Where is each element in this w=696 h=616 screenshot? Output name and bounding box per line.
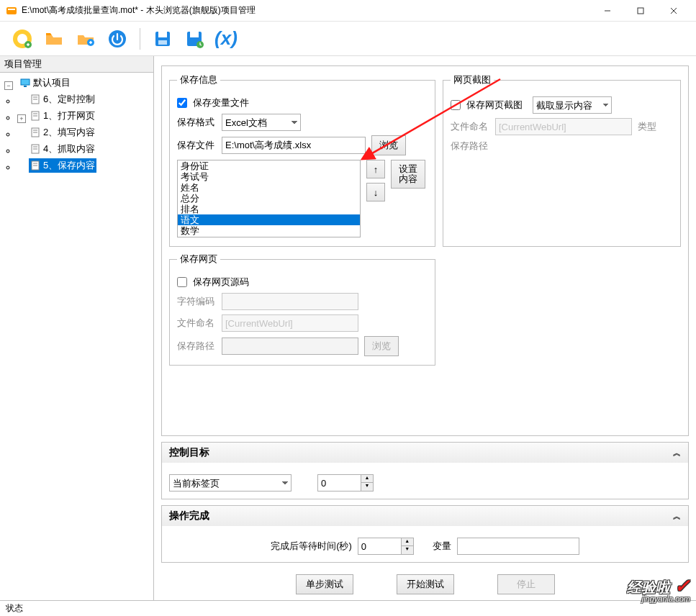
save-file-label: 保存文件: [177, 139, 216, 152]
variable-listbox[interactable]: 身份证考试号姓名总分排名语文数学: [177, 160, 361, 237]
stop-button: 停止: [497, 574, 555, 594]
list-item[interactable]: 姓名: [178, 182, 360, 193]
list-item[interactable]: 身份证: [178, 160, 360, 171]
svg-rect-12: [158, 32, 167, 37]
save-info-fieldset: 保存信息 保存变量文件 保存格式 Excel文档 保存文件 浏览: [169, 73, 435, 247]
tree-root-item[interactable]: 默认项目: [19, 76, 72, 90]
step-test-button[interactable]: 单步测试: [296, 574, 353, 594]
page-icon: [30, 127, 40, 137]
tree-item[interactable]: 1、打开网页: [29, 109, 96, 123]
list-item[interactable]: 总分: [178, 193, 360, 204]
list-item[interactable]: 语文: [178, 214, 360, 225]
control-target-header[interactable]: 控制目标 ︽: [162, 443, 688, 463]
wait-time-input[interactable]: [358, 538, 401, 555]
list-item[interactable]: 排名: [178, 204, 360, 214]
status-text: 状态: [6, 603, 23, 613]
screenshot-path-label: 保存路径: [451, 140, 489, 153]
start-test-button[interactable]: 开始测试: [397, 574, 454, 594]
save-file-input[interactable]: [222, 137, 366, 154]
target-index-input[interactable]: [317, 474, 361, 492]
target-index-spinner[interactable]: ▲▼: [317, 474, 374, 492]
toolbar-separator: [140, 28, 140, 50]
tree-item[interactable]: 2、填写内容: [29, 125, 96, 140]
save-icon[interactable]: [149, 25, 176, 53]
spin-down-button[interactable]: ▼: [402, 546, 413, 554]
svg-rect-18: [24, 86, 27, 87]
wait-time-spinner[interactable]: ▲▼: [358, 538, 414, 555]
main-area: 项目管理 − 默认项目 6、定时控制+1、打开网页2、填写内容4、抓取内容5、保…: [0, 56, 696, 600]
content-area: 保存信息 保存变量文件 保存格式 Excel文档 保存文件 浏览: [154, 56, 696, 600]
charset-select: [222, 293, 358, 310]
action-buttons-row: 单步测试 开始测试 停止: [161, 569, 689, 600]
tree-collapse-icon[interactable]: −: [4, 81, 13, 90]
spin-up-button[interactable]: ▲: [361, 475, 373, 483]
browse-save-file-button[interactable]: 浏览: [371, 135, 406, 155]
page-icon: [30, 94, 40, 104]
save-info-legend: 保存信息: [177, 73, 220, 86]
save-page-legend: 保存网页: [177, 253, 220, 266]
wait-time-label: 完成后等待时间(秒): [271, 540, 352, 553]
maximize-button[interactable]: [624, 0, 657, 22]
save-var-file-checkbox[interactable]: [177, 98, 187, 108]
list-item[interactable]: 考试号: [178, 171, 360, 182]
control-target-title: 控制目标: [169, 446, 209, 459]
sidebar: 项目管理 − 默认项目 6、定时控制+1、打开网页2、填写内容4、抓取内容5、保…: [0, 56, 154, 600]
svg-rect-1: [8, 9, 15, 10]
minimize-button[interactable]: [591, 0, 624, 22]
svg-rect-3: [638, 8, 643, 14]
page-icon: [30, 144, 40, 154]
tree-item[interactable]: 5、保存内容: [29, 158, 96, 173]
save-as-icon[interactable]: [181, 25, 208, 53]
tree-root-label: 默认项目: [33, 76, 71, 90]
screenshot-filename-label: 文件命名: [451, 120, 489, 133]
svg-rect-15: [190, 32, 199, 37]
status-bar: 状态: [0, 600, 696, 616]
tree-item[interactable]: 4、抓取内容: [29, 142, 96, 156]
save-format-label: 保存格式: [177, 116, 216, 129]
close-button[interactable]: [657, 0, 690, 22]
save-screenshot-checkbox[interactable]: [451, 100, 461, 110]
variable-icon[interactable]: (x): [212, 25, 240, 53]
app-icon: [6, 5, 17, 17]
charset-label: 字符编码: [177, 295, 216, 308]
toolbar: (x): [0, 22, 696, 56]
svg-rect-0: [6, 7, 17, 14]
move-down-button[interactable]: ↓: [366, 183, 385, 201]
target-select[interactable]: 当前标签页: [169, 474, 291, 492]
move-up-button[interactable]: ↑: [366, 160, 385, 178]
collapse-icon: ︽: [673, 511, 681, 522]
page-path-input: [222, 338, 358, 355]
spin-up-button[interactable]: ▲: [402, 538, 413, 546]
power-icon[interactable]: [104, 25, 131, 53]
var-input[interactable]: [457, 538, 579, 555]
operation-done-section: 操作完成 ︽ 完成后等待时间(秒) ▲▼ 变量: [161, 505, 689, 563]
save-page-fieldset: 保存网页 保存网页源码 字符编码 文件命名 [CurrentWebUrl] 保存…: [169, 253, 435, 366]
project-tree[interactable]: − 默认项目 6、定时控制+1、打开网页2、填写内容4、抓取内容5、保存内容: [0, 73, 153, 600]
browse-page-path-button: 浏览: [364, 336, 399, 356]
save-screenshot-label: 保存网页截图: [466, 99, 523, 112]
monitor-icon: [20, 78, 30, 88]
title-bar: E:\mot\高考成绩批量查询.mot* - 木头浏览器(旗舰版)项目管理: [0, 0, 696, 22]
page-filename-label: 文件命名: [177, 317, 216, 330]
save-source-checkbox[interactable]: [177, 277, 187, 287]
spin-down-button[interactable]: ▼: [361, 483, 373, 491]
operation-done-header[interactable]: 操作完成 ︽: [162, 506, 688, 526]
new-project-icon[interactable]: [9, 25, 36, 53]
add-folder-icon[interactable]: [72, 25, 99, 53]
page-filename-select: [CurrentWebUrl]: [222, 314, 358, 332]
save-format-select[interactable]: Excel文档: [222, 114, 301, 131]
list-item[interactable]: 数学: [178, 225, 360, 236]
save-var-file-label: 保存变量文件: [193, 96, 249, 109]
open-folder-icon[interactable]: [40, 25, 68, 53]
svg-rect-17: [21, 79, 30, 85]
screenshot-fieldset: 网页截图 保存网页截图 截取显示内容 文件命名 [CurrentWebUrl] …: [443, 73, 681, 247]
capture-mode-select[interactable]: 截取显示内容: [533, 96, 612, 114]
set-content-button[interactable]: 设置 内容: [391, 160, 425, 189]
tree-expand-icon[interactable]: +: [17, 114, 26, 123]
var-label: 变量: [433, 540, 451, 553]
operation-done-title: 操作完成: [169, 509, 209, 522]
checkmark-icon: ✓: [674, 575, 690, 597]
page-path-label: 保存路径: [177, 340, 216, 353]
control-target-section: 控制目标 ︽ 当前标签页 ▲▼: [161, 442, 689, 499]
tree-item[interactable]: 6、定时控制: [29, 92, 96, 107]
